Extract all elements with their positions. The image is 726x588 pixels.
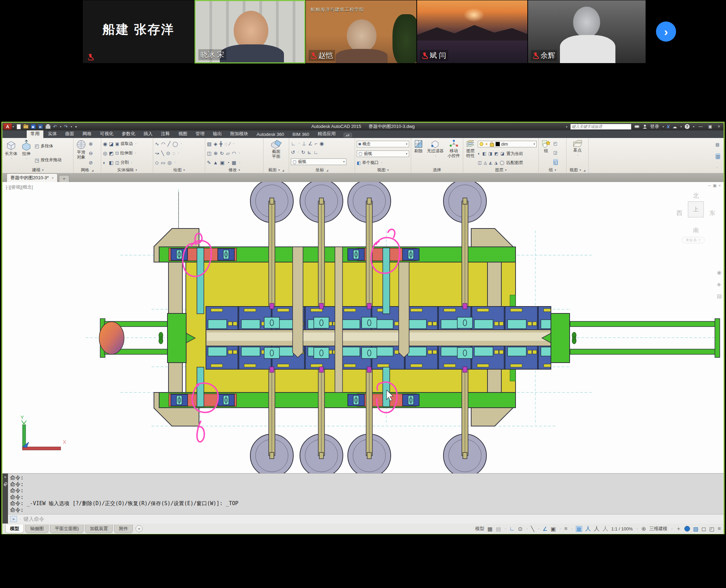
slice-icon[interactable] [109, 141, 113, 146]
presspull-button[interactable]: 按住并拖动 [35, 157, 61, 163]
panel-label-view2[interactable]: 视图▾◢ [567, 167, 588, 173]
xline-icon[interactable] [161, 151, 164, 156]
layer-isolate-icon[interactable] [482, 151, 486, 156]
group-edit-icon[interactable] [553, 150, 558, 155]
viewport-config-button[interactable]: 单个视口▾ [357, 160, 409, 165]
drawing-canvas[interactable]: Y X [-][俯视][概念] ─ ▣ × 北 西 上 东 南 未命名 ▽ ◉ … [2, 182, 724, 473]
explode-icon[interactable] [230, 141, 230, 146]
undo-arrow-icon[interactable]: ▾ [60, 125, 61, 128]
ribbon-tab-surface[interactable]: 曲面 [61, 130, 78, 138]
viewport-controls-label[interactable]: [-][俯视][概念] [6, 184, 33, 190]
panel-label-solid-editing[interactable]: 实体编辑▾ [101, 167, 153, 173]
ucs-restore-icon[interactable] [291, 150, 295, 155]
annotation-scale-icon[interactable] [603, 525, 608, 533]
next-participants-button[interactable]: › [656, 21, 676, 42]
ribbon-tab-annotate[interactable]: 注释 [157, 130, 174, 138]
intersect-icon[interactable] [103, 160, 107, 165]
annotation-visibility-icon[interactable] [585, 525, 591, 533]
layer-lock-icon[interactable] [494, 151, 498, 156]
lineweight-icon[interactable] [564, 526, 567, 532]
layout-tab-loading[interactable]: 加载装置 [85, 525, 113, 533]
redo-arrow-icon[interactable]: ▾ [71, 125, 72, 128]
signin-label[interactable]: 登录 [650, 123, 659, 130]
edit-icon[interactable] [207, 160, 211, 165]
3d-scale-icon[interactable] [213, 160, 218, 165]
group-button[interactable]: 组 [541, 139, 552, 167]
layer-off-icon[interactable] [478, 151, 480, 156]
array-icon[interactable] [232, 160, 236, 165]
command-prompt-icon[interactable]: > [10, 516, 17, 522]
ribbon-tab-bim360[interactable]: BIM 360 [289, 131, 313, 138]
ribbon-tab-solid[interactable]: 实体 [44, 130, 61, 138]
ribbon-tab-parametric[interactable]: 参数化 [118, 130, 139, 138]
layout-tab-planelev[interactable]: 平面立面图) [50, 525, 84, 533]
ucs-face-icon[interactable] [315, 141, 318, 146]
scale-icon[interactable] [226, 151, 230, 156]
isolate-objects-icon[interactable] [684, 526, 690, 531]
trim-icon[interactable] [227, 160, 230, 165]
left-handle-assembly[interactable] [99, 313, 195, 363]
group-select-toggle-icon[interactable] [553, 159, 558, 165]
polygon-icon[interactable] [155, 160, 159, 165]
help-icon[interactable]: ? [685, 124, 690, 129]
ucs-z-axis-icon[interactable] [307, 150, 311, 155]
polyline-icon[interactable] [155, 141, 159, 146]
workspace-arrow-icon[interactable]: ▾ [671, 527, 673, 530]
panel-label-mesh[interactable]: 网格◢ [74, 167, 101, 173]
participant-tile-4[interactable]: 斌 闫 [417, 0, 528, 63]
annotation-monitor-icon[interactable] [676, 525, 681, 533]
view-dropdown[interactable]: 俯视 ▾ [357, 150, 409, 157]
help-search-input[interactable] [570, 124, 631, 130]
doc-close-icon[interactable]: × [719, 183, 721, 188]
3d-align-icon[interactable] [214, 141, 217, 146]
ucs-3point-icon[interactable] [313, 150, 318, 155]
right-handle-assembly[interactable] [542, 313, 720, 363]
base-point-button[interactable]: 基点 ▾ [572, 139, 584, 167]
customize-wrench-icon[interactable] [3, 482, 7, 487]
save-as-icon[interactable] [38, 124, 43, 129]
smooth-object-button[interactable]: 平滑 对象 [75, 139, 87, 167]
panel-label-groups[interactable]: 组▾ [539, 167, 566, 173]
exchange-apps-icon[interactable]: X [667, 124, 670, 129]
graphics-performance-icon[interactable] [693, 526, 698, 532]
minimize-button[interactable]: — [697, 124, 704, 129]
move-icon[interactable] [219, 141, 222, 146]
annotation-autoscale-icon[interactable] [594, 525, 599, 533]
new-layout-button[interactable]: + [136, 525, 142, 532]
panel-label-selection[interactable]: 选择 [411, 167, 463, 173]
iso-arrow-icon[interactable]: ▾ [538, 527, 539, 530]
mesh-crease-icon[interactable] [89, 160, 93, 165]
viewcube-north[interactable]: 北 [676, 192, 716, 200]
recent-commands-arrow-icon[interactable]: ▾ [19, 518, 21, 521]
filter-button[interactable]: 无过滤器 ▾ [426, 139, 444, 167]
extrude-button[interactable]: 拉伸 ▾ [20, 139, 33, 167]
polysolid-button[interactable]: 多段体 [35, 144, 61, 149]
box-button[interactable]: 长方体 ▾ [4, 139, 18, 167]
ribbon-tab-mesh[interactable]: 网格 [79, 130, 95, 138]
doc-restore-icon[interactable]: ▣ [713, 183, 716, 188]
named-ucs-dropdown[interactable]: 俯视 ▾ [291, 158, 346, 165]
osnap-arrow-icon[interactable]: ▾ [560, 527, 561, 530]
separate-button[interactable]: 分割▾ [115, 160, 136, 165]
gear-icon[interactable] [641, 526, 646, 531]
panel-label-modify[interactable]: 修改▾ [205, 167, 263, 173]
command-line-window[interactable]: ✕ 命令: 命令: 命令: 命令: 命令: _-VIEW 输入选项 [?/删除(… [2, 473, 724, 524]
revision-cloud-icon[interactable] [167, 160, 172, 165]
redo-icon[interactable]: ↷ [64, 124, 68, 129]
plot-icon[interactable] [45, 125, 51, 129]
layout-tab-attach[interactable]: 附件 [114, 525, 133, 533]
object-snap-tracking-icon[interactable] [543, 526, 547, 532]
section-plane-button[interactable]: 截面 平面 [270, 139, 283, 167]
fullscreen-icon[interactable] [709, 526, 715, 532]
autocad-app-menu-button[interactable]: A [3, 123, 12, 130]
command-close-icon[interactable]: ✕ [4, 475, 6, 479]
snap-arrow-icon[interactable]: ▾ [505, 527, 506, 530]
cloud-arrow-icon[interactable]: ▾ [681, 125, 682, 128]
layer-stack-icon[interactable] [500, 151, 504, 156]
panel-label-section[interactable]: 截面▾◢ [263, 167, 289, 173]
ellipse-icon[interactable] [172, 151, 175, 156]
open-file-icon[interactable] [23, 125, 28, 129]
3d-rotate-icon[interactable] [214, 151, 218, 156]
circle-icon[interactable] [172, 141, 178, 146]
gizmo-button[interactable]: 移动 小控件 [447, 139, 461, 167]
